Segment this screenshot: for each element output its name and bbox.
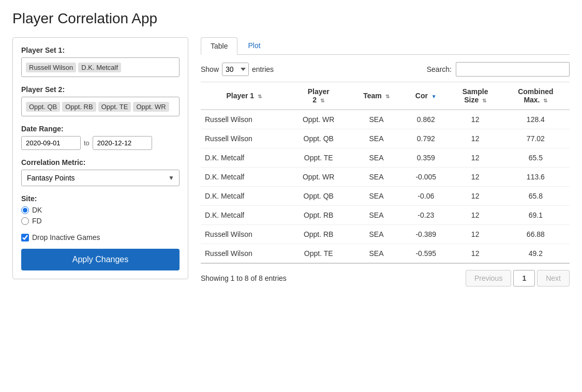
table-controls: Show 10 25 30 50 100 entries Search:: [201, 62, 570, 77]
player-set-2-input[interactable]: Oppt. QB Oppt. RB Oppt. TE Oppt. WR: [21, 97, 180, 116]
col-sample-size[interactable]: SampleSize ⇅: [449, 82, 502, 110]
cell-sample-size-1: 12: [449, 129, 502, 148]
cell-cor-5: -0.23: [403, 206, 449, 225]
cell-team-5: SEA: [350, 206, 403, 225]
col-team[interactable]: Team ⇅: [350, 82, 403, 110]
table-row: D.K. Metcalf Oppt. TE SEA 0.359 12 65.5: [201, 148, 570, 168]
cell-combined-max-6: 66.88: [502, 225, 570, 244]
entries-label: entries: [252, 65, 274, 73]
cell-combined-max-5: 69.1: [502, 206, 570, 225]
cell-combined-max-2: 65.5: [502, 148, 570, 168]
apply-changes-button[interactable]: Apply Changes: [21, 249, 180, 270]
date-range-label: Date Range:: [21, 125, 180, 133]
col-player2-label: Player2: [308, 87, 330, 104]
search-input[interactable]: [456, 62, 570, 77]
cell-player1-6: Russell Wilson: [201, 225, 288, 244]
table-header-row: Player 1 ⇅ Player2 ⇅ Team ⇅ Cor ▼: [201, 82, 570, 110]
table-row: Russell Wilson Oppt. WR SEA 0.862 12 128…: [201, 110, 570, 129]
cell-player1-5: D.K. Metcalf: [201, 206, 288, 225]
cell-sample-size-3: 12: [449, 168, 502, 187]
cell-player1-7: Russell Wilson: [201, 244, 288, 264]
drop-inactive-checkbox[interactable]: [21, 234, 29, 242]
player-set-1-input[interactable]: Russell Wilson D.K. Metcalf: [21, 57, 180, 77]
entries-select[interactable]: 10 25 30 50 100: [222, 63, 249, 76]
metric-select[interactable]: Fantasy Points: [21, 170, 180, 186]
metric-select-wrap: Fantasy Points ▼: [21, 170, 180, 186]
cell-player1-0: Russell Wilson: [201, 110, 288, 129]
cell-player2-5: Oppt. RB: [288, 206, 350, 225]
date-to-label: to: [84, 139, 89, 147]
player-set-2-tag-0: Oppt. QB: [26, 102, 60, 112]
cell-cor-1: 0.792: [403, 129, 449, 148]
player-set-2-section: Player Set 2: Oppt. QB Oppt. RB Oppt. TE…: [21, 85, 180, 116]
cell-cor-0: 0.862: [403, 110, 449, 129]
showing-text: Showing 1 to 8 of 8 entries: [201, 274, 287, 282]
site-fd-label: FD: [32, 217, 42, 225]
cell-sample-size-5: 12: [449, 206, 502, 225]
player-set-2-tag-2: Oppt. TE: [98, 102, 131, 112]
page-1-button[interactable]: 1: [513, 270, 535, 287]
cell-player2-3: Oppt. WR: [288, 168, 350, 187]
cell-cor-4: -0.06: [403, 187, 449, 206]
tab-plot[interactable]: Plot: [238, 37, 270, 54]
col-player2[interactable]: Player2 ⇅: [288, 82, 350, 110]
col-cor[interactable]: Cor ▼: [403, 82, 449, 110]
cell-team-7: SEA: [350, 244, 403, 264]
date-from-input[interactable]: [21, 136, 81, 150]
date-to-input[interactable]: [93, 136, 152, 150]
cell-combined-max-1: 77.02: [502, 129, 570, 148]
cell-player2-6: Oppt. RB: [288, 225, 350, 244]
cell-combined-max-4: 65.8: [502, 187, 570, 206]
cell-combined-max-0: 128.4: [502, 110, 570, 129]
cell-team-1: SEA: [350, 129, 403, 148]
next-button[interactable]: Next: [537, 270, 570, 287]
cell-player1-3: D.K. Metcalf: [201, 168, 288, 187]
cell-player1-4: D.K. Metcalf: [201, 187, 288, 206]
site-dk-radio[interactable]: [21, 206, 29, 214]
cell-sample-size-6: 12: [449, 225, 502, 244]
cell-team-2: SEA: [350, 148, 403, 168]
cell-sample-size-4: 12: [449, 187, 502, 206]
cell-team-4: SEA: [350, 187, 403, 206]
correlation-metric-label: Correlation Metric:: [21, 158, 180, 167]
player-set-1-section: Player Set 1: Russell Wilson D.K. Metcal…: [21, 46, 180, 77]
player-set-1-tag-1: D.K. Metcalf: [78, 63, 121, 72]
col-player1-label: Player 1: [226, 92, 254, 100]
cell-sample-size-7: 12: [449, 244, 502, 264]
col-cor-label: Cor: [415, 92, 428, 100]
data-table: Player 1 ⇅ Player2 ⇅ Team ⇅ Cor ▼: [201, 82, 570, 264]
site-dk-label: DK: [32, 206, 42, 214]
cell-player1-2: D.K. Metcalf: [201, 148, 288, 168]
col-team-label: Team: [363, 92, 382, 100]
date-range-inputs: to: [21, 136, 180, 150]
site-section: Site: DK FD: [21, 194, 180, 225]
col-combined-max[interactable]: CombinedMax. ⇅: [502, 82, 570, 110]
site-dk-option[interactable]: DK: [21, 206, 180, 214]
tab-bar: Table Plot: [201, 37, 570, 55]
cell-cor-3: -0.005: [403, 168, 449, 187]
cell-sample-size-2: 12: [449, 148, 502, 168]
drop-inactive-checkbox-label[interactable]: Drop Inactive Games: [21, 233, 180, 242]
cell-cor-6: -0.389: [403, 225, 449, 244]
col-player1[interactable]: Player 1 ⇅: [201, 82, 288, 110]
cell-cor-7: -0.595: [403, 244, 449, 264]
site-radio-group: DK FD: [21, 206, 180, 225]
site-fd-option[interactable]: FD: [21, 217, 180, 225]
player-set-1-label: Player Set 1:: [21, 46, 180, 54]
player-set-1-tag-0: Russell Wilson: [26, 63, 76, 72]
drop-inactive-label: Drop Inactive Games: [32, 233, 100, 242]
search-wrap: Search:: [427, 62, 570, 77]
sort-player1-icon: ⇅: [258, 94, 262, 99]
tab-table[interactable]: Table: [201, 37, 237, 55]
col-combined-max-label: CombinedMax.: [518, 87, 553, 104]
cell-player2-4: Oppt. QB: [288, 187, 350, 206]
table-row: D.K. Metcalf Oppt. RB SEA -0.23 12 69.1: [201, 206, 570, 225]
site-fd-radio[interactable]: [21, 217, 29, 225]
player-set-2-tag-1: Oppt. RB: [62, 102, 96, 112]
cell-team-3: SEA: [350, 168, 403, 187]
right-panel: Table Plot Show 10 25 30 50 100 entries …: [201, 37, 570, 287]
table-row: Russell Wilson Oppt. TE SEA -0.595 12 49…: [201, 244, 570, 264]
previous-button[interactable]: Previous: [466, 270, 511, 287]
table-row: Russell Wilson Oppt. QB SEA 0.792 12 77.…: [201, 129, 570, 148]
sort-player2-icon: ⇅: [320, 98, 324, 103]
